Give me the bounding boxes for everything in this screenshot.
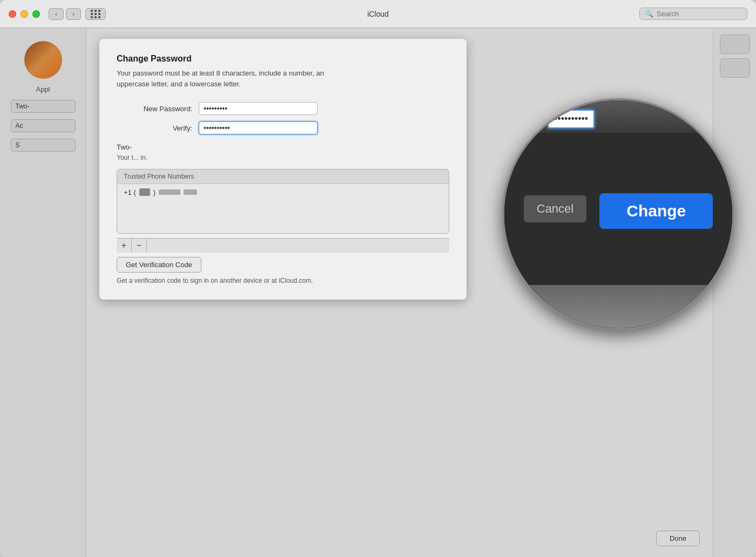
verify-input[interactable]: [199, 121, 318, 134]
main-panel: Change Password Your password must be at…: [86, 28, 713, 557]
phone-plus-one: +1 (: [124, 188, 136, 196]
magnifier-overlay: Verify: •••••••••• Cancel Change: [502, 98, 734, 330]
phone-flag-icon: [139, 188, 150, 196]
magnifier-top-gradient: Verify: ••••••••••: [504, 100, 732, 133]
new-password-input[interactable]: [199, 102, 318, 115]
phone-row: +1 ( ): [117, 184, 449, 201]
back-button[interactable]: ‹: [49, 8, 64, 20]
two-factor-desc: Your t... in.: [117, 153, 449, 162]
search-input[interactable]: [657, 10, 741, 18]
close-button[interactable]: [9, 10, 16, 18]
verify-label: Verify:: [117, 124, 192, 132]
verification-desc: Get a verification code to sign in on an…: [117, 277, 449, 284]
new-password-label: New Password:: [117, 105, 192, 113]
trusted-phone-box: Trusted Phone Numbers +1 ( ): [117, 169, 449, 234]
sidebar-item-s[interactable]: S: [11, 139, 76, 152]
magnifier-bottom-content: Ve: [504, 285, 732, 313]
window-title: iCloud: [367, 10, 389, 18]
forward-button[interactable]: ›: [66, 8, 81, 20]
magnifier-buttons-row: Cancel Change: [524, 189, 713, 229]
mac-window: ‹ › iCloud 🔍 Appl Two- Ac S: [0, 0, 756, 557]
sidebar-item-two-factor[interactable]: Two-: [11, 100, 76, 113]
phone-masked-1: [159, 189, 180, 195]
sidebar: Appl Two- Ac S: [0, 28, 86, 557]
magnifier-middle: Cancel Change: [504, 133, 732, 285]
dialog-title: Change Password: [117, 54, 449, 64]
grid-button[interactable]: [85, 8, 106, 20]
magnifier-cancel-button[interactable]: Cancel: [524, 195, 586, 222]
new-password-row: New Password:: [117, 102, 449, 115]
magnifier-verify-label: Verify:: [515, 113, 542, 125]
magnifier-verify-row: Verify: ••••••••••: [515, 110, 732, 128]
get-verification-button[interactable]: Get Verification Code: [117, 257, 201, 273]
phone-masked-2: [184, 189, 197, 195]
magnifier-change-button[interactable]: Change: [599, 193, 713, 229]
minimize-button[interactable]: [21, 10, 28, 18]
add-remove-bar: + −: [117, 238, 449, 253]
magnifier-ve-text: Ve: [704, 290, 721, 308]
right-panel-btn-2: [720, 58, 750, 78]
avatar: [24, 41, 62, 79]
grid-icon: [91, 10, 101, 18]
bottom-bar: Done: [656, 531, 700, 546]
phone-paren: ): [153, 188, 156, 196]
maximize-button[interactable]: [32, 10, 40, 18]
trusted-phone-header: Trusted Phone Numbers: [117, 169, 449, 184]
magnifier-inner: Verify: •••••••••• Cancel Change: [504, 100, 732, 328]
phone-list-empty: [117, 201, 449, 233]
verify-row: Verify:: [117, 121, 449, 134]
search-bar[interactable]: 🔍: [639, 8, 747, 20]
title-bar: ‹ › iCloud 🔍: [0, 0, 756, 28]
done-button[interactable]: Done: [656, 531, 700, 546]
traffic-lights: [9, 10, 40, 18]
sidebar-item-account[interactable]: Ac: [11, 119, 76, 132]
sidebar-user-label: Appl: [36, 85, 50, 93]
magnifier-bottom: Ve: [504, 285, 732, 328]
magnifier-verify-input: ••••••••••: [548, 110, 595, 128]
change-password-dialog: Change Password Your password must be at…: [99, 39, 467, 300]
add-phone-button[interactable]: +: [117, 239, 132, 253]
remove-phone-button[interactable]: −: [132, 239, 147, 253]
right-panel-btn-1: [720, 35, 750, 54]
search-icon: 🔍: [645, 10, 653, 18]
two-factor-label: Two-: [117, 143, 449, 151]
dialog-subtitle: Your password must be at least 8 charact…: [117, 68, 354, 89]
content-area: Appl Two- Ac S Change Password Your pass…: [0, 28, 756, 557]
nav-buttons: ‹ ›: [49, 8, 106, 20]
